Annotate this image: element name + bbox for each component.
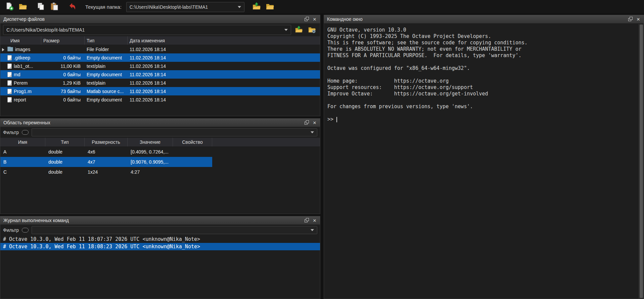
column-header-dims[interactable]: Размерность xyxy=(85,138,128,146)
history-filter-combobox[interactable] xyxy=(32,226,317,234)
file-type-icon xyxy=(7,72,12,77)
variable-value-cell: [0.4095, 0.7264,... xyxy=(128,149,173,155)
column-header-attribute[interactable]: Свойство xyxy=(173,138,212,146)
undock-button[interactable] xyxy=(303,119,311,126)
file-row[interactable]: md 0 байты Empty document 11.02.2026 18:… xyxy=(0,70,320,79)
column-header-value[interactable]: Значение xyxy=(128,138,173,146)
close-button[interactable]: × xyxy=(311,119,319,126)
chevron-down-icon xyxy=(311,131,314,133)
paste-button[interactable] xyxy=(48,1,60,13)
chevron-down-icon xyxy=(284,29,288,31)
undo-button[interactable] xyxy=(66,1,79,13)
variable-list: A double 4x6 [0.4095, 0.7264,... B doubl… xyxy=(0,147,320,177)
variable-dims-cell: 1x24 xyxy=(85,169,128,175)
undock-button[interactable] xyxy=(303,217,311,224)
file-date-cell: 11.02.2026 18:14 xyxy=(128,55,320,60)
browse-folder-icon xyxy=(266,2,274,12)
column-header-name[interactable]: Имя xyxy=(0,36,41,45)
folder-actions-button[interactable] xyxy=(307,25,317,35)
history-entry[interactable]: # Octave 10.3.0, Wed Feb 11 18:08:23 202… xyxy=(0,243,320,250)
command-prompt: >> xyxy=(327,116,639,123)
file-type-cell: text/plain xyxy=(85,80,128,86)
file-browser-path-combobox[interactable]: C:/Users/Nika/Desktop/it-labs/TEMA1 xyxy=(3,25,291,35)
variable-value-cell: [0.9076, 0.9095,... xyxy=(128,159,173,165)
open-folder-icon xyxy=(18,2,27,12)
close-icon: × xyxy=(637,16,640,22)
browse-folder-button[interactable] xyxy=(264,1,276,13)
filter-checkbox[interactable] xyxy=(22,130,29,135)
history-titlebar[interactable]: Журнал выполненных команд × xyxy=(0,216,320,225)
filter-label: Фильтр xyxy=(3,130,19,135)
new-script-button[interactable] xyxy=(3,1,15,13)
undock-icon xyxy=(305,120,309,126)
column-header-type[interactable]: Тип xyxy=(45,138,85,146)
close-button[interactable]: × xyxy=(311,217,319,224)
scrollbar-thumb[interactable] xyxy=(640,25,643,298)
undock-icon xyxy=(305,16,309,22)
file-row[interactable]: images File Folder 11.02.2026 18:14 xyxy=(0,45,320,53)
variable-row[interactable]: B double 4x7 [0.9076, 0.9095,... xyxy=(0,157,212,167)
file-name: images xyxy=(15,47,30,52)
file-row[interactable]: report 0 байты Empty document 11.02.2026… xyxy=(0,95,320,104)
prompt-symbol: >> xyxy=(327,116,333,123)
main-toolbar: Текущая папка: C:\Users\Nika\Desktop\it-… xyxy=(0,0,644,14)
expand-arrow-icon[interactable] xyxy=(2,65,5,68)
open-button[interactable] xyxy=(17,1,29,13)
expand-arrow-icon[interactable] xyxy=(2,81,5,85)
file-name-cell: Perem xyxy=(0,80,41,86)
file-name-cell: images xyxy=(0,47,41,52)
file-type-icon xyxy=(7,80,12,86)
workspace-table-header: Имя Тип Размерность Значение Свойство xyxy=(0,138,320,147)
file-row[interactable]: lab1_ot... 11,00 KiB text/plain 11.02.20… xyxy=(0,62,320,70)
file-date-cell: 11.02.2026 18:14 xyxy=(128,89,320,94)
expand-arrow-icon[interactable] xyxy=(2,90,5,93)
variable-value-cell: 4:27 xyxy=(128,169,173,175)
workspace-titlebar[interactable]: Область переменных × xyxy=(0,119,320,127)
close-button[interactable]: × xyxy=(634,16,642,23)
expand-arrow-icon[interactable] xyxy=(2,98,5,101)
file-date-cell: 11.02.2026 18:14 xyxy=(128,80,320,86)
expand-arrow-icon[interactable] xyxy=(2,56,5,59)
undock-button[interactable] xyxy=(626,16,634,23)
variable-dims-cell: 4x7 xyxy=(85,159,128,165)
variable-row[interactable]: C double 1x24 4:27 xyxy=(0,167,212,177)
file-date-cell: 11.02.2026 18:14 xyxy=(128,72,320,77)
history-entry[interactable]: # Octave 10.3.0, Wed Feb 11 18:07:37 202… xyxy=(0,236,320,243)
copy-button[interactable] xyxy=(35,1,47,13)
workspace-panel: Область переменных × Фильтр Имя Тип Разм… xyxy=(0,118,320,214)
workspace-filter-combobox[interactable] xyxy=(32,128,317,136)
variable-row[interactable]: A double 4x6 [0.4095, 0.7264,... xyxy=(0,147,212,157)
expand-arrow-icon[interactable] xyxy=(2,48,5,51)
variable-name-cell: C xyxy=(0,169,45,175)
close-button[interactable]: × xyxy=(311,16,319,23)
file-type-icon xyxy=(7,89,12,94)
vertical-scrollbar[interactable] xyxy=(639,24,644,299)
column-header-date[interactable]: Дата изменения xyxy=(128,36,320,45)
column-header-size[interactable]: Размер xyxy=(41,36,85,45)
command-window-titlebar[interactable]: Командное окно × xyxy=(324,15,644,24)
file-name-cell: md xyxy=(0,72,41,77)
expand-arrow-icon[interactable] xyxy=(2,73,5,76)
file-browser-titlebar[interactable]: Диспетчер файлов × xyxy=(0,15,320,24)
command-window-body[interactable]: GNU Octave, version 10.3.0 Copyright (C)… xyxy=(324,24,639,299)
file-row[interactable]: Perem 1,29 KiB text/plain 11.02.2026 18:… xyxy=(0,79,320,87)
file-type-cell: Empty document xyxy=(85,55,128,60)
column-header-type[interactable]: Тип xyxy=(85,36,128,45)
undock-button[interactable] xyxy=(303,16,311,23)
current-folder-combobox[interactable]: C:\Users\Nika\Desktop\it-labs\TEMA1 xyxy=(126,2,244,12)
folder-up-button[interactable] xyxy=(250,1,263,13)
panel-title: Область переменных xyxy=(3,120,303,125)
file-name: Prog1.m xyxy=(14,89,32,94)
filter-checkbox[interactable] xyxy=(22,228,29,232)
variable-dims-cell: 4x6 xyxy=(85,149,128,155)
one-directory-up-button[interactable] xyxy=(293,25,304,35)
file-size-cell: 0 байты xyxy=(41,72,85,77)
file-row[interactable]: Prog1.m 73 байты Matlab source c... 11.0… xyxy=(0,87,320,95)
file-row[interactable]: .gitkeep 0 байты Empty document 11.02.20… xyxy=(0,53,320,62)
file-browser-panel: Диспетчер файлов × C:/Users/Nika/Desktop… xyxy=(0,15,320,116)
workspace-filter-row: Фильтр xyxy=(0,127,320,138)
panel-title: Диспетчер файлов xyxy=(3,16,303,22)
column-header-name[interactable]: Имя xyxy=(0,138,45,146)
file-date-cell: 11.02.2026 18:14 xyxy=(128,63,320,69)
command-window-panel: Командное окно × GNU Octave, version 10.… xyxy=(324,15,644,299)
